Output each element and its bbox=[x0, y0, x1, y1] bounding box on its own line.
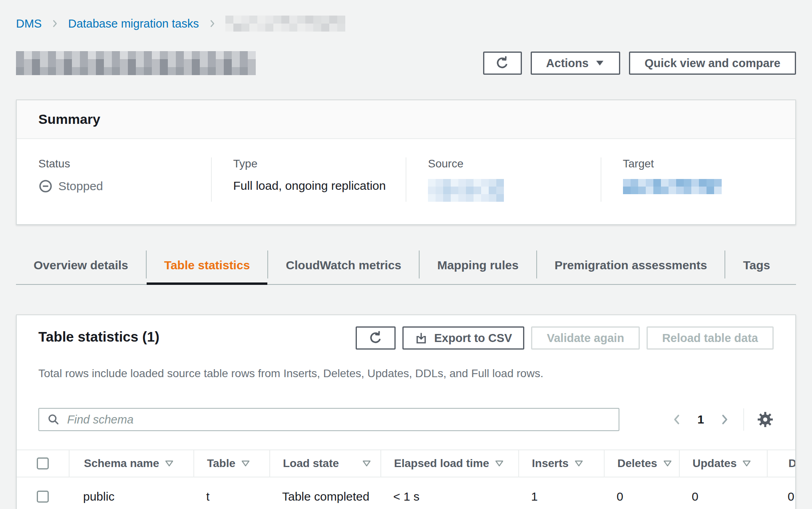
target-value-redacted-link[interactable] bbox=[623, 179, 796, 194]
actions-button-label: Actions bbox=[546, 57, 589, 70]
sort-icon bbox=[241, 460, 250, 467]
tab-mapping-rules[interactable]: Mapping rules bbox=[420, 248, 536, 284]
chevron-right-icon bbox=[208, 19, 217, 28]
row-checkbox[interactable] bbox=[37, 491, 49, 503]
column-label: Table bbox=[207, 457, 235, 470]
source-label: Source bbox=[428, 157, 601, 170]
tab-cloudwatch-metrics[interactable]: CloudWatch metrics bbox=[268, 248, 419, 284]
column-label: Deletes bbox=[617, 457, 657, 470]
tab-tags[interactable]: Tags bbox=[725, 248, 788, 284]
column-header-inserts[interactable]: Inserts bbox=[518, 450, 604, 477]
cell-schema-name: public bbox=[69, 477, 193, 509]
summary-panel: Summary Status Stopped Type Full load, o… bbox=[16, 99, 796, 225]
tab-table-statistics[interactable]: Table statistics bbox=[147, 248, 268, 284]
table-refresh-button[interactable] bbox=[356, 326, 396, 350]
export-to-csv-label: Export to CSV bbox=[434, 332, 512, 345]
reload-table-data-button[interactable]: Reload table data bbox=[647, 326, 774, 350]
sort-icon bbox=[362, 460, 371, 467]
chevron-right-icon bbox=[50, 19, 59, 28]
sort-icon bbox=[742, 460, 751, 467]
column-header-table[interactable]: Table bbox=[193, 450, 269, 477]
task-detail-tabs: Overview details Table statistics CloudW… bbox=[16, 248, 796, 285]
export-to-csv-button[interactable]: Export to CSV bbox=[402, 326, 524, 350]
column-header-deletes[interactable]: Deletes bbox=[604, 450, 679, 477]
table-controls: 1 bbox=[17, 391, 795, 449]
summary-target: Target bbox=[601, 157, 796, 202]
column-header-updates[interactable]: Updates bbox=[679, 450, 767, 477]
sort-icon bbox=[495, 460, 504, 467]
summary-type: Type Full load, ongoing replication bbox=[211, 157, 406, 202]
page-toolbar: Actions Quick view and compare bbox=[483, 52, 796, 75]
column-label: Updates bbox=[693, 457, 736, 470]
schema-search bbox=[38, 408, 619, 431]
table-statistics-title: Table statistics (1) bbox=[38, 329, 159, 345]
summary-title: Summary bbox=[38, 111, 774, 127]
column-label: Schema name bbox=[84, 457, 159, 470]
tab-overview-details[interactable]: Overview details bbox=[16, 248, 146, 284]
column-label: Elapsed load time bbox=[394, 457, 489, 470]
cell-deletes: 0 bbox=[604, 477, 679, 509]
pagination-divider bbox=[743, 408, 744, 431]
page-header: Actions Quick view and compare bbox=[16, 51, 796, 75]
target-label: Target bbox=[623, 157, 796, 170]
cell-ddls: 0 bbox=[767, 477, 796, 509]
refresh-button[interactable] bbox=[483, 52, 522, 75]
select-all-cell bbox=[17, 450, 69, 477]
column-header-load-state[interactable]: Load state bbox=[269, 450, 380, 477]
search-icon bbox=[47, 413, 60, 426]
type-label: Type bbox=[233, 157, 406, 170]
tab-premigration-assessments[interactable]: Premigration assessments bbox=[537, 248, 725, 284]
sort-icon bbox=[574, 460, 583, 467]
reload-table-data-label: Reload table data bbox=[662, 332, 758, 345]
table-statistics-header: Table statistics (1) bbox=[17, 315, 795, 350]
column-header-ddls[interactable]: DDLs bbox=[767, 450, 796, 477]
summary-header: Summary bbox=[17, 100, 795, 139]
row-select-cell bbox=[17, 477, 69, 509]
page-number[interactable]: 1 bbox=[696, 413, 706, 426]
select-all-checkbox[interactable] bbox=[37, 457, 49, 469]
gear-icon bbox=[757, 411, 774, 428]
stopped-status-icon bbox=[38, 179, 53, 193]
pagination: 1 bbox=[671, 408, 774, 431]
breadcrumb-link-tasks[interactable]: Database migration tasks bbox=[68, 17, 199, 30]
column-label: Inserts bbox=[532, 457, 569, 470]
breadcrumb-current-redacted bbox=[225, 16, 345, 32]
table-row: public t Table completed < 1 s 1 0 0 0 bbox=[17, 477, 795, 509]
table-preferences-button[interactable] bbox=[757, 411, 774, 428]
dms-task-page: DMS Database migration tasks Actions bbox=[0, 0, 812, 509]
column-header-schema-name[interactable]: Schema name bbox=[69, 450, 193, 477]
caret-down-icon bbox=[595, 60, 605, 67]
validate-again-label: Validate again bbox=[547, 332, 624, 345]
breadcrumb-link-dms[interactable]: DMS bbox=[16, 17, 42, 30]
sort-icon bbox=[663, 460, 672, 467]
cell-table: t bbox=[193, 477, 269, 509]
column-header-elapsed-load-time[interactable]: Elapsed load time bbox=[380, 450, 518, 477]
table-statistics-panel: Table statistics (1) bbox=[16, 314, 796, 509]
cell-elapsed-load-time: < 1 s bbox=[380, 477, 518, 509]
next-page-button[interactable] bbox=[718, 414, 730, 425]
table-statistics-description: Total rows include loaded source table r… bbox=[17, 361, 795, 380]
quick-view-compare-button[interactable]: Quick view and compare bbox=[629, 52, 796, 75]
sort-icon bbox=[165, 460, 174, 467]
table-header-row: Schema name Table Load state Elapsed loa… bbox=[17, 449, 795, 477]
summary-status: Status Stopped bbox=[17, 157, 211, 202]
previous-page-button[interactable] bbox=[671, 414, 683, 425]
source-value-redacted-link[interactable] bbox=[428, 179, 601, 202]
summary-body: Status Stopped Type Full load, ongoing r… bbox=[17, 139, 795, 224]
validate-again-button[interactable]: Validate again bbox=[531, 326, 639, 350]
download-icon bbox=[415, 332, 428, 344]
status-label: Status bbox=[38, 157, 211, 170]
search-input[interactable] bbox=[66, 413, 611, 427]
type-value: Full load, ongoing replication bbox=[233, 179, 406, 193]
quick-view-label: Quick view and compare bbox=[645, 57, 780, 70]
actions-button[interactable]: Actions bbox=[531, 52, 620, 75]
status-value: Stopped bbox=[38, 179, 211, 193]
column-label: DDLs bbox=[788, 457, 796, 470]
summary-source: Source bbox=[406, 157, 601, 202]
table-statistics-actions: Export to CSV Validate again Reload tabl… bbox=[356, 326, 774, 350]
refresh-icon bbox=[368, 331, 383, 345]
breadcrumb: DMS Database migration tasks bbox=[16, 15, 796, 32]
cell-inserts: 1 bbox=[518, 477, 604, 509]
status-text: Stopped bbox=[58, 179, 103, 193]
cell-load-state: Table completed bbox=[269, 477, 380, 509]
